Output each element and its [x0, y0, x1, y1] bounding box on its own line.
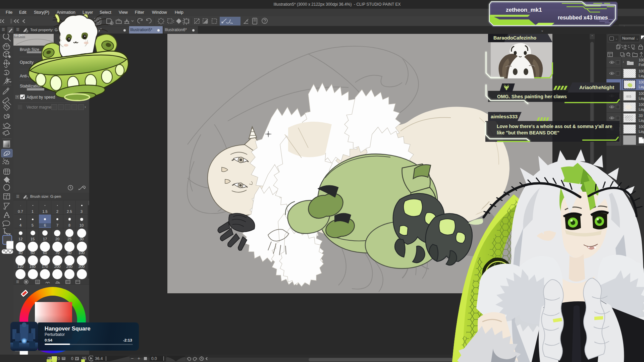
svg-text:0: 0	[71, 356, 73, 361]
svg-text:0: 0	[58, 356, 60, 361]
